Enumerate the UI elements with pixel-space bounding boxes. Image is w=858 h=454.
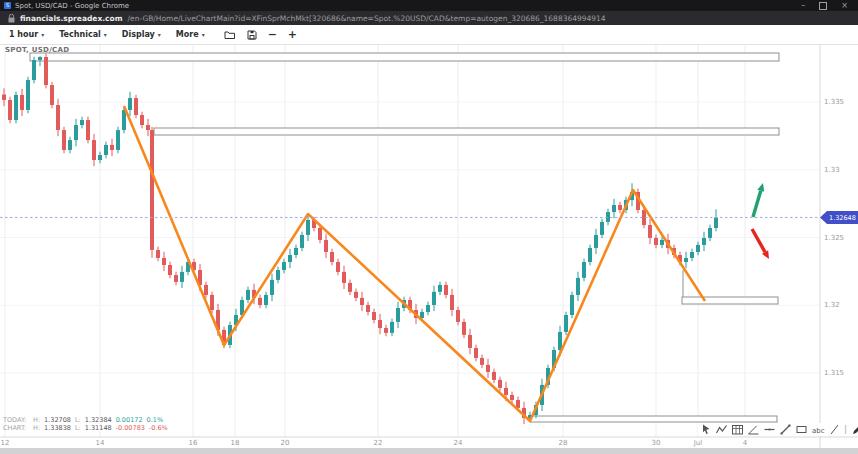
ray-icon[interactable] bbox=[830, 424, 839, 435]
high-label: H: bbox=[33, 416, 40, 424]
text-tool-icon[interactable]: abc bbox=[812, 424, 825, 435]
zoom-in-icon[interactable] bbox=[288, 28, 297, 41]
price-chart-canvas[interactable]: 1.3351.331.3251.321.31512141618202224283… bbox=[0, 0, 858, 454]
date-tick-label: 16 bbox=[189, 439, 198, 447]
price-tick-label: 1.315 bbox=[824, 369, 844, 377]
open-folder-icon[interactable] bbox=[224, 30, 236, 40]
browser-window: S Spot, USD/CAD - Google Chrome financia… bbox=[0, 0, 858, 454]
trend-angle-icon[interactable] bbox=[748, 424, 759, 435]
chart-change-pct: -0.6% bbox=[149, 424, 168, 432]
rectangle-tool-icon[interactable] bbox=[796, 424, 807, 435]
more-menu-label: More bbox=[176, 30, 199, 39]
interval-menu[interactable]: 1 hour bbox=[9, 30, 44, 39]
close-icon[interactable] bbox=[841, 1, 848, 10]
price-axis[interactable] bbox=[820, 45, 858, 454]
chevron-down-icon bbox=[104, 30, 107, 39]
today-change-value: 0.00172 bbox=[116, 416, 143, 424]
date-tick-label: 28 bbox=[559, 439, 568, 447]
interval-menu-label: 1 hour bbox=[9, 30, 38, 39]
price-tick-label: 1.33 bbox=[824, 166, 840, 174]
display-menu-label: Display bbox=[122, 30, 155, 39]
chart-change-value: -0.00783 bbox=[116, 424, 145, 432]
minimize-icon[interactable] bbox=[801, 1, 805, 10]
today-high-value: 1.32708 bbox=[44, 416, 71, 424]
date-tick-label: 20 bbox=[281, 439, 290, 447]
date-tick-label: 14 bbox=[96, 439, 105, 447]
low-label: L: bbox=[75, 424, 81, 432]
horizontal-line-icon[interactable] bbox=[764, 424, 775, 435]
date-tick-label: 24 bbox=[454, 439, 463, 447]
zoom-out-icon[interactable] bbox=[268, 28, 277, 41]
lock-icon bbox=[8, 14, 15, 23]
technical-menu-label: Technical bbox=[59, 30, 101, 39]
price-zone[interactable] bbox=[530, 416, 777, 422]
pencil-icon[interactable] bbox=[852, 424, 858, 435]
price-tick-label: 1.325 bbox=[824, 234, 844, 242]
chart-low-value: 1.31148 bbox=[85, 424, 112, 432]
price-tick-label: 1.335 bbox=[824, 98, 844, 106]
legend-today-label: TODAY: bbox=[3, 416, 29, 424]
date-tick-label: 30 bbox=[652, 439, 661, 447]
url-domain: financials.spreadex.com bbox=[20, 14, 123, 23]
maximize-icon[interactable] bbox=[819, 2, 827, 10]
svg-text:abc: abc bbox=[812, 427, 825, 435]
toolbar-separator: | bbox=[844, 424, 847, 435]
price-zone[interactable] bbox=[154, 128, 779, 135]
save-icon[interactable] bbox=[247, 30, 257, 40]
url-path: /en-GB/Home/LiveChartMain?id=XFinSprMchM… bbox=[128, 14, 606, 23]
address-bar[interactable]: financials.spreadex.com/en-GB/Home/LiveC… bbox=[0, 11, 858, 25]
legend-today-row: TODAY: H: 1.32708 L: 1.32384 0.00172 0.1… bbox=[3, 416, 168, 424]
low-label: L: bbox=[75, 416, 81, 424]
chevron-down-icon bbox=[41, 30, 44, 39]
chevron-down-icon bbox=[202, 30, 205, 39]
technical-menu[interactable]: Technical bbox=[59, 30, 107, 39]
legend-chart-row: CHART: H: 1.33838 L: 1.31148 -0.00783 -0… bbox=[3, 424, 168, 432]
price-zone[interactable] bbox=[682, 297, 778, 304]
svg-text:1.32648: 1.32648 bbox=[829, 214, 856, 222]
cursor-icon[interactable] bbox=[701, 424, 711, 435]
today-low-value: 1.32384 bbox=[85, 416, 112, 424]
price-zone[interactable] bbox=[30, 53, 779, 61]
symbol-label: SPOT, USD/CAD bbox=[5, 46, 69, 54]
window-titlebar: S Spot, USD/CAD - Google Chrome bbox=[0, 0, 858, 11]
window-title: Spot, USD/CAD - Google Chrome bbox=[15, 2, 129, 10]
polyline-icon[interactable] bbox=[716, 424, 727, 435]
date-tick-label: 18 bbox=[231, 439, 240, 447]
window-controls bbox=[801, 1, 858, 10]
drawing-toolbar: abc | × bbox=[698, 423, 858, 436]
date-tick-label: 4 bbox=[743, 439, 748, 447]
more-menu[interactable]: More bbox=[176, 30, 205, 39]
today-change-pct: 0.1% bbox=[147, 416, 164, 424]
grid-icon[interactable] bbox=[732, 424, 743, 435]
legend-chart-label: CHART: bbox=[3, 424, 29, 432]
trendline-icon[interactable] bbox=[780, 424, 791, 435]
high-label: H: bbox=[33, 424, 40, 432]
window-edge-strip bbox=[0, 448, 858, 454]
date-tick-label: 22 bbox=[374, 439, 383, 447]
chart-legend: TODAY: H: 1.32708 L: 1.32384 0.00172 0.1… bbox=[3, 416, 168, 432]
chevron-down-icon bbox=[158, 30, 161, 39]
current-price-badge: 1.32648 bbox=[820, 211, 858, 224]
date-tick-label: Jul bbox=[693, 439, 703, 447]
display-menu[interactable]: Display bbox=[122, 30, 161, 39]
chart-toolbar: 1 hour Technical Display More bbox=[0, 25, 858, 45]
date-tick-label: 12 bbox=[1, 439, 10, 447]
price-tick-label: 1.32 bbox=[824, 301, 840, 309]
chart-high-value: 1.33838 bbox=[44, 424, 71, 432]
site-favicon: S bbox=[4, 2, 11, 9]
